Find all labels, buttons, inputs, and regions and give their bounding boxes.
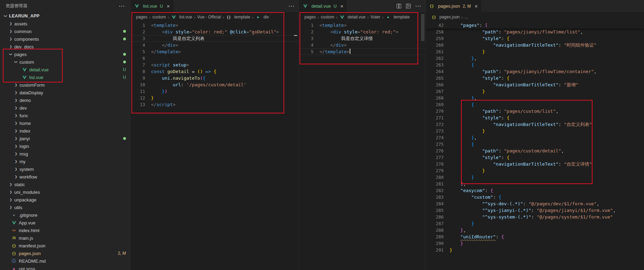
tab-detail-vue[interactable]: detail.vueU× [299, 0, 347, 12]
code-line-265[interactable]: 265 "style": { [426, 75, 644, 81]
code-line-284[interactable]: 284 "^sys-dev-(.*)": "@/pages/dev/$1/for… [426, 200, 644, 207]
breadcrumb-item-[interactable]: ... [464, 15, 468, 19]
code-line-260[interactable]: 260 "navigationBarTitleText": "时间组件验证" [426, 42, 644, 48]
code-line-290[interactable]: 290 } [426, 240, 644, 247]
editor-layout-icon[interactable] [406, 3, 411, 9]
explorer-more-actions-icon[interactable]: ⋯ [119, 3, 125, 9]
code-line-287[interactable]: 287 } [426, 220, 644, 227]
breadcrumb-item-template[interactable]: ◆template [385, 15, 410, 19]
breadcrumb-item-pages-json[interactable]: {}pages.json [431, 15, 460, 19]
breadcrumb-item-custom[interactable]: custom [321, 15, 334, 19]
code-line-42[interactable]: 42 "pages": [ [426, 22, 644, 29]
close-icon[interactable]: × [340, 3, 343, 9]
code-line-266[interactable]: 266 "navigationBarTitleText": "新增" [426, 81, 644, 88]
code-line-281[interactable]: 281 ], [426, 181, 644, 187]
code-line-280[interactable]: 280 } [426, 174, 644, 181]
tree-item-assets[interactable]: ❯assets [0, 20, 130, 27]
code-line-13[interactable]: 13</script> [130, 101, 299, 108]
breadcrumb-item-div[interactable]: ◆div [255, 15, 269, 19]
code-line-4[interactable]: 4 </div> [130, 42, 299, 48]
code-line-271[interactable]: 271 "style": { [426, 114, 644, 121]
code-editor[interactable]: 1<template>2 <div style="color: red;">3 … [299, 22, 425, 55]
code-line-288[interactable]: 288 }, [426, 227, 644, 233]
code-line-3[interactable]: 3 我是自定义详情 [299, 35, 425, 42]
code-line-289[interactable]: 289 "uniIdRouter": { [426, 233, 644, 240]
tree-item-learun-app[interactable]: ❯LEARUN_APP [0, 12, 130, 20]
breadcrumb-item-template[interactable]: {}template [226, 15, 250, 19]
code-line-12[interactable]: 12} [130, 95, 299, 101]
tree-item-customform[interactable]: ❯customForm [0, 81, 130, 89]
close-icon[interactable]: × [167, 3, 170, 9]
code-line-3[interactable]: 3 我是自定义列表 [130, 35, 299, 42]
tab-pages-json[interactable]: {}pages.json2, M× [426, 0, 482, 12]
tree-item-dev[interactable]: ❯dev [0, 104, 130, 112]
tree-item-dev-docs[interactable]: ❯dev_docs [0, 43, 130, 50]
code-line-283[interactable]: 283 "custom": { [426, 194, 644, 200]
code-line-282[interactable]: 282 "easycom": { [426, 187, 644, 194]
tree-item-manifest-json[interactable]: {}manifest.json [0, 242, 130, 249]
code-line-262[interactable]: 262 }, [426, 55, 644, 62]
tree-item-unpackage[interactable]: ❯unpackage [0, 196, 130, 204]
code-editor[interactable]: 1<template>2 <div style="color: red;" @c… [130, 22, 299, 108]
breadcrumb-item-pages[interactable]: pages [136, 15, 148, 19]
code-line-285[interactable]: 285 "^sys-jianyi-(.*)": "@/pages/jianyi/… [426, 207, 644, 214]
tree-item-readme-md[interactable]: ⓘREADME.md [0, 257, 130, 265]
tree-item-detail-vue[interactable]: detail.vueU [0, 66, 130, 73]
tree-item-main-js[interactable]: JSmain.js [0, 234, 130, 242]
code-line-291[interactable]: 291} [426, 247, 644, 253]
code-line-272[interactable]: 272 "navigationBarTitleText": "自定义列表" [426, 121, 644, 128]
code-line-261[interactable]: 261 } [426, 48, 644, 55]
more-actions-icon[interactable]: ⋯ [415, 3, 421, 9]
tree-item-my[interactable]: ❯my [0, 158, 130, 165]
tree-item-demo[interactable]: ❯demo [0, 96, 130, 104]
tree-item-index-html[interactable]: <>index.html [0, 227, 130, 234]
tree-item-static[interactable]: ❯static [0, 181, 130, 188]
code-line-1[interactable]: 1<template> [130, 22, 299, 29]
tab-list-vue[interactable]: list.vueU× [130, 0, 174, 12]
code-editor[interactable]: 42 "pages": [ 257 {258 "path": "pages/ji… [426, 22, 644, 253]
code-line-268[interactable]: 268 }, [426, 95, 644, 101]
tree-item-common[interactable]: ❯common [0, 27, 130, 35]
code-line-6[interactable]: 6 [130, 55, 299, 62]
code-line-258[interactable]: 258 "path": "pages/jianyi/flowTime/list"… [426, 29, 644, 35]
tree-item-uni-scss[interactable]: ◈uni.scss [0, 265, 130, 270]
code-line-270[interactable]: 270 "path": "pages/custom/list", [426, 108, 644, 114]
tree-item-pages[interactable]: ❯pages [0, 50, 130, 58]
tree-item-pages-json[interactable]: {}pages.json2, M [0, 249, 130, 257]
code-line-276[interactable]: 276 "path": "pages/custom/detail", [426, 148, 644, 154]
code-line-9[interactable]: 9 uni.navigateTo({ [130, 75, 299, 81]
code-line-7[interactable]: 7<script setup> [130, 62, 299, 68]
code-line-5[interactable]: 5</template> [130, 48, 299, 55]
close-icon[interactable]: × [475, 3, 478, 9]
vertical-scrollbar[interactable] [421, 14, 424, 41]
code-line-267[interactable]: 267 } [426, 88, 644, 95]
code-line-10[interactable]: 10 url: '/pages/custom/detail' [130, 81, 299, 88]
tree-item-jianyi[interactable]: ❯jianyi [0, 135, 130, 142]
code-line-278[interactable]: 278 "navigationBarTitleText": "自定义详情" [426, 161, 644, 167]
code-line-259[interactable]: 259 "style": { [426, 35, 644, 42]
breadcrumb-item-vue-official[interactable]: Vue - Official [197, 15, 221, 19]
code-line-277[interactable]: 277 "style": { [426, 154, 644, 161]
tree-item-utils[interactable]: ❯utils [0, 204, 130, 211]
tree-item-list-vue[interactable]: list.vueU [0, 73, 130, 81]
code-line-286[interactable]: 286 "^sys-system-(.*)": "@/pages/system/… [426, 214, 644, 220]
code-line-273[interactable]: 273 } [426, 128, 644, 134]
code-line-263[interactable]: 263 { [426, 62, 644, 68]
code-line-1[interactable]: 1<template> [299, 22, 425, 29]
breadcrumb-item-vuter[interactable]: Vuter [371, 15, 380, 19]
breadcrumb-item-pages[interactable]: pages [304, 15, 316, 19]
code-line-275[interactable]: 275 { [426, 141, 644, 148]
code-line-2[interactable]: 2 <div style="color: red;" @click="goDet… [130, 29, 299, 35]
code-line-2[interactable]: 2 <div style="color: red;"> [299, 29, 425, 35]
breadcrumb-item-custom[interactable]: custom [152, 15, 166, 19]
breadcrumb-item-list-vue[interactable]: list.vue [171, 15, 192, 19]
tree-item-workflow[interactable]: ❯workflow [0, 173, 130, 181]
tree-item-login[interactable]: ❯login [0, 142, 130, 150]
split-editor-icon[interactable] [396, 3, 401, 9]
code-line-8[interactable]: 8const goDetail = () => { [130, 68, 299, 75]
tree-item-index[interactable]: ❯index [0, 127, 130, 135]
tree-item-home[interactable]: ❯home [0, 119, 130, 127]
code-line-274[interactable]: 274 }, [426, 134, 644, 141]
more-actions-icon[interactable]: ⋯ [288, 3, 294, 9]
breadcrumb-item-detail-vue[interactable]: detail.vue [339, 15, 365, 19]
